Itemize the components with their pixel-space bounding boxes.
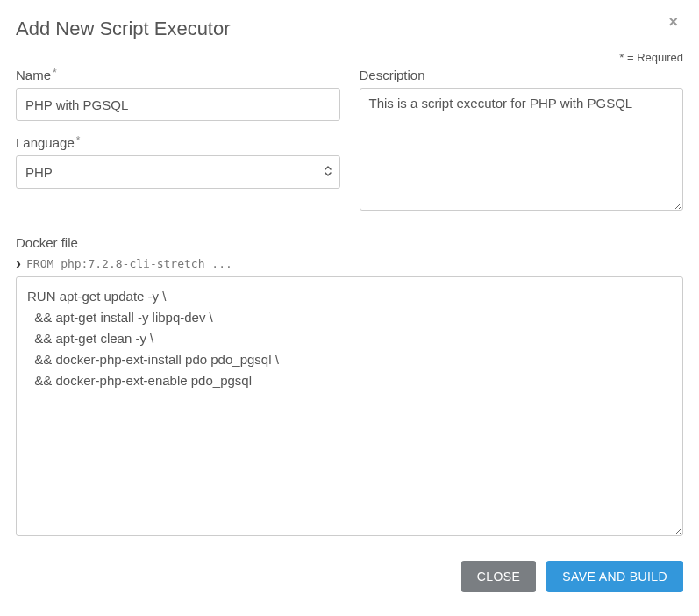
name-input[interactable] [16,88,340,121]
required-asterisk-icon: * [76,134,81,147]
name-label: Name* [16,68,340,82]
description-label: Description [360,68,684,82]
chevron-right-icon: › [16,255,21,271]
close-icon[interactable]: × [663,12,683,32]
save-and-build-button[interactable]: SAVE AND BUILD [546,561,683,592]
dockerfile-label: Docker file [16,235,683,250]
close-button[interactable]: CLOSE [461,561,536,592]
required-note: * = Required [16,51,683,64]
language-label: Language* [16,135,340,150]
language-select[interactable]: PHP [16,155,340,189]
dockerfile-hint-text: FROM php:7.2.8-cli-stretch ... [26,257,232,270]
dockerfile-textarea[interactable] [16,276,683,536]
description-textarea[interactable] [360,88,684,211]
modal-title: Add New Script Executor [16,18,231,40]
dockerfile-hint-toggle[interactable]: › FROM php:7.2.8-cli-stretch ... [16,255,683,271]
required-asterisk-icon: * [53,67,57,79]
